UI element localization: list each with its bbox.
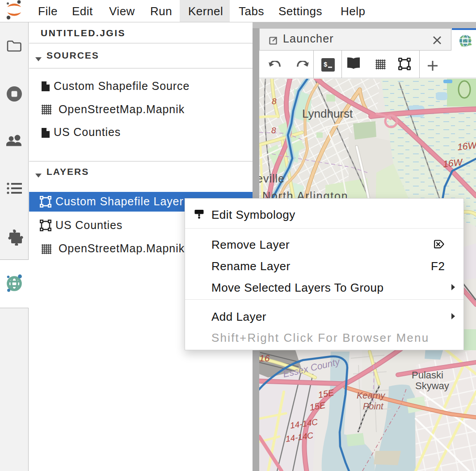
svg-text:8: 8: [272, 97, 277, 106]
svg-text:$: $: [324, 61, 327, 68]
svg-text:eville: eville: [259, 172, 285, 185]
svg-text:Lyndhurst: Lyndhurst: [302, 107, 353, 120]
svg-text:8: 8: [271, 126, 276, 135]
svg-text:Kearny: Kearny: [357, 390, 385, 400]
svg-text:Pulaski: Pulaski: [412, 369, 443, 381]
svg-text:Skyway: Skyway: [415, 380, 449, 391]
svg-text:16: 16: [259, 353, 270, 363]
svg-text:16W: 16W: [442, 157, 464, 169]
svg-text:Point: Point: [363, 401, 384, 411]
svg-text:16W: 16W: [457, 140, 476, 152]
